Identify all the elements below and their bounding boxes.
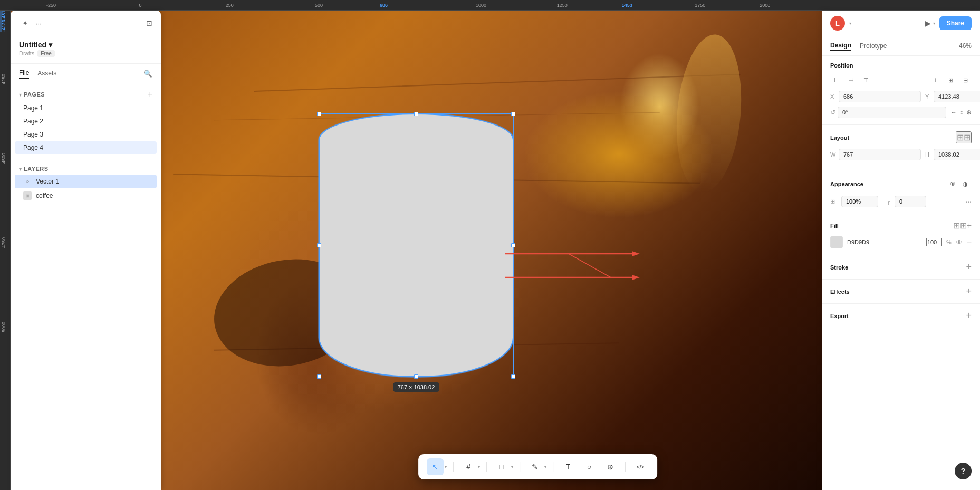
select-chevron[interactable]: ▾ <box>445 465 447 469</box>
page-3-label: Page 3 <box>23 131 43 138</box>
frame-tool-button[interactable]: # <box>460 458 477 475</box>
project-title-chevron[interactable]: ▾ <box>49 41 52 49</box>
angle-row: ↺ ↔ ↕ ⊕ <box>830 107 972 118</box>
select-tool-button[interactable]: ↖ <box>427 458 444 475</box>
add-export-button[interactable]: + <box>966 310 972 321</box>
export-title: Export <box>830 313 966 319</box>
design-tab[interactable]: Design <box>830 41 851 51</box>
layout-grid-button[interactable]: ⊞⊞ <box>956 131 972 143</box>
angle-group: ↺ <box>830 107 946 118</box>
rect-chevron[interactable]: ▾ <box>511 465 513 469</box>
layers-section-title: Layers <box>24 166 152 172</box>
layer-coffee-item[interactable]: ⊞ coffee <box>15 189 157 203</box>
play-chevron: ▾ <box>933 21 935 26</box>
fill-visibility-button[interactable]: 👁 <box>956 238 963 246</box>
w-input-group: W <box>830 149 921 160</box>
prototype-tab[interactable]: Prototype <box>860 41 887 51</box>
x-input[interactable] <box>839 91 921 102</box>
rect-tool-button[interactable]: □ <box>493 458 510 475</box>
align-center-v-button[interactable]: ⊞ <box>944 74 957 87</box>
vector-layer-icon: ○ <box>23 177 32 186</box>
mug-shape <box>319 113 514 377</box>
page-3-item[interactable]: Page 3 <box>15 128 157 141</box>
h-input[interactable] <box>934 149 980 160</box>
radius-input[interactable] <box>895 196 926 207</box>
opacity-icon-button[interactable]: ◑ <box>959 178 972 190</box>
angle-input[interactable] <box>838 107 946 118</box>
fill-style-button[interactable]: ⊞⊞ <box>953 220 967 230</box>
flip-h-button[interactable]: ↔ <box>950 109 957 116</box>
constraint-button[interactable]: ⊕ <box>966 109 972 116</box>
frame-chevron[interactable]: ▾ <box>478 465 480 469</box>
ellipse-icon: ○ <box>587 463 591 471</box>
align-bottom-button[interactable]: ⊟ <box>959 74 972 87</box>
play-button[interactable]: ▶ ▾ <box>925 19 935 27</box>
align-center-h-button[interactable]: ⊣ <box>845 74 858 87</box>
share-button[interactable]: Share <box>939 16 972 30</box>
fill-opacity-input[interactable] <box>926 238 942 246</box>
pen-tool-button[interactable]: ✎ <box>526 458 543 475</box>
h-input-group: H <box>925 149 980 160</box>
opacity-input[interactable] <box>841 196 878 207</box>
app-icon: ✦ <box>19 17 32 30</box>
effects-section: Effects + <box>822 280 980 304</box>
app-menu-button[interactable]: ··· <box>36 20 42 27</box>
assets-tab[interactable]: Assets <box>37 69 56 78</box>
text-tool-button[interactable]: T <box>560 458 577 475</box>
pages-section-header[interactable]: ▾ Pages + <box>11 88 161 101</box>
page-1-item[interactable]: Page 1 <box>15 102 157 114</box>
file-tab[interactable]: File <box>19 68 29 79</box>
flip-v-button[interactable]: ↕ <box>960 109 963 116</box>
fill-section-header: Fill ⊞⊞ + <box>830 220 972 230</box>
angle-icon: ↺ <box>830 109 835 116</box>
avatar-chevron[interactable]: ▾ <box>849 21 851 26</box>
fill-color-swatch[interactable] <box>830 236 843 248</box>
w-input[interactable] <box>839 149 921 160</box>
app-menu-label: ··· <box>36 20 42 27</box>
pen-chevron[interactable]: ▾ <box>544 465 546 469</box>
ellipse-tool-button[interactable]: ○ <box>581 458 598 475</box>
pages-chevron: ▾ <box>19 92 22 98</box>
ruler-mark: 500 <box>315 3 323 8</box>
component-tool-button[interactable]: ⊕ <box>602 458 619 475</box>
y-input[interactable] <box>934 91 980 102</box>
fill-hex-input[interactable] <box>847 239 922 245</box>
left-panel: ✦ ··· ⊡ Untitled ▾ Drafts Free File Asse… <box>11 11 161 490</box>
layout-toggle-icon[interactable]: ⊡ <box>146 19 152 27</box>
figma-logo: ✦ <box>22 19 28 27</box>
help-button[interactable]: ? <box>955 463 972 479</box>
add-stroke-button[interactable]: + <box>966 262 972 273</box>
play-icon: ▶ <box>925 19 931 27</box>
search-button[interactable]: 🔍 <box>143 70 152 78</box>
ruler-mark: 1000 <box>476 3 486 8</box>
effects-title: Effects <box>830 289 966 295</box>
more-options-button[interactable]: ··· <box>965 197 972 206</box>
layer-vector1-item[interactable]: ○ Vector 1 <box>15 175 157 188</box>
code-tool-button[interactable]: </> <box>632 458 649 475</box>
pen-icon: ✎ <box>532 463 538 471</box>
file-assets-tabs: File Assets 🔍 <box>11 64 161 83</box>
export-row: Export + <box>830 310 972 321</box>
add-effect-button[interactable]: + <box>966 286 972 297</box>
ruler-top: -250 0 250 500 686 1000 1250 1453 1750 2… <box>0 0 980 11</box>
project-meta: Drafts Free <box>19 50 152 57</box>
w-label: W <box>830 151 837 158</box>
toolbar-separator <box>453 462 454 472</box>
align-left-button[interactable]: ⊢ <box>830 74 843 87</box>
ruler-left-mark: 4250 <box>1 74 6 84</box>
page-4-item[interactable]: Page 4 <box>15 141 157 154</box>
ruler-left-mark: 4750 <box>1 237 6 248</box>
wh-input-row: W H ⇅ <box>830 149 972 160</box>
ruler-mark-highlight: 1453 <box>622 3 632 8</box>
visibility-button[interactable]: 👁 <box>946 178 959 190</box>
remove-fill-button[interactable]: − <box>967 237 972 247</box>
align-top-button[interactable]: ⊥ <box>929 74 942 87</box>
align-right-button[interactable]: ⊤ <box>860 74 872 87</box>
layers-section-header[interactable]: ▾ Layers <box>11 164 161 174</box>
add-fill-button[interactable]: + <box>967 221 972 230</box>
mug-container[interactable]: 767 × 1038.02 <box>319 113 514 377</box>
fill-row: % 👁 − <box>830 236 972 248</box>
add-page-button[interactable]: + <box>148 90 152 99</box>
page-2-item[interactable]: Page 2 <box>15 115 157 128</box>
ruler-left: -4123.481 4250 4500 4750 5000 <box>0 11 11 490</box>
